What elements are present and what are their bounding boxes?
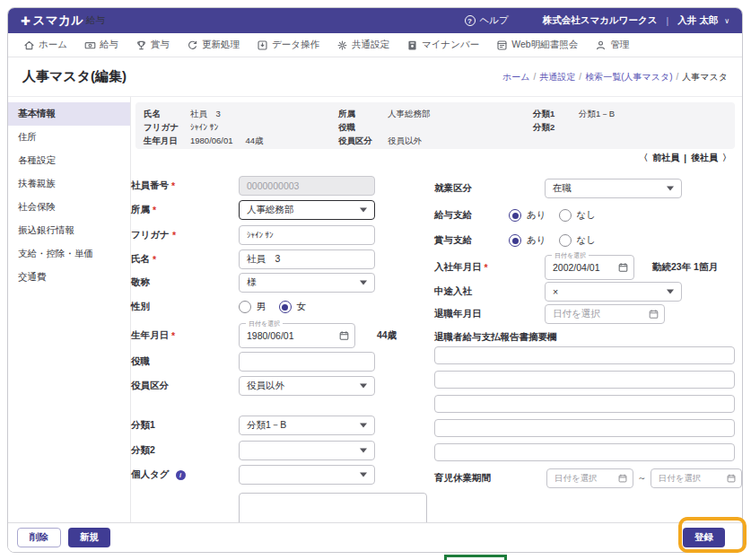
sidebar-item-pay-deduction-unit[interactable]: 支給・控除・単価 bbox=[8, 242, 130, 266]
prev-employee-link[interactable]: 前社員 bbox=[652, 152, 679, 164]
hire-date-input[interactable]: 日付を選択 2002/04/01 bbox=[545, 255, 634, 280]
position-input[interactable] bbox=[239, 352, 375, 372]
top-bar: ✚スマカル給与 ? ヘルプ 株式会社スマカルワークス | 入井 太郎 ∨ bbox=[8, 8, 742, 33]
help-icon: ? bbox=[465, 15, 476, 26]
nav-item-payroll[interactable]: 給与 bbox=[84, 39, 118, 51]
next-arrow-icon[interactable]: 〉 bbox=[722, 152, 731, 164]
personal-tag-label: 個人タグi bbox=[131, 468, 239, 481]
app-logo[interactable]: ✚スマカル給与 bbox=[21, 13, 106, 29]
next-employee-link[interactable]: 後社員 bbox=[691, 152, 718, 164]
chevron-down-icon bbox=[360, 384, 367, 389]
summary-furigana: ｼｬｲﾝ ｻﾝ bbox=[190, 120, 218, 134]
app-card: ✚スマカル給与 ? ヘルプ 株式会社スマカルワークス | 入井 太郎 ∨ ホーム bbox=[7, 7, 743, 553]
nav-item-update[interactable]: 更新処理 bbox=[187, 39, 240, 51]
nav-item-bonus[interactable]: 賞与 bbox=[135, 39, 170, 51]
sidebar-item-dependents[interactable]: 扶養親族 bbox=[8, 172, 130, 196]
user-menu[interactable]: 入井 太郎 bbox=[677, 14, 718, 27]
bonus-trophy-icon bbox=[135, 39, 147, 51]
retirement-note-line-4[interactable] bbox=[434, 419, 735, 437]
retirement-note-line-1[interactable] bbox=[434, 346, 735, 364]
salary-payment-no-radio[interactable] bbox=[559, 209, 572, 222]
nav-item-admin[interactable]: 管理 bbox=[595, 39, 629, 51]
mynumber-card-icon bbox=[406, 39, 418, 51]
payroll-icon bbox=[84, 39, 96, 51]
department-label: 所属* bbox=[131, 204, 239, 216]
nav-item-data[interactable]: データ操作 bbox=[257, 39, 319, 51]
calendar-icon[interactable] bbox=[727, 474, 736, 483]
category1-select[interactable]: 分類1－B bbox=[239, 416, 375, 435]
breadcrumb-search-list[interactable]: 検索一覧(人事マスタ) bbox=[585, 71, 672, 83]
info-icon[interactable]: i bbox=[176, 470, 186, 480]
submit-button[interactable]: 登録 bbox=[683, 528, 725, 547]
category2-select[interactable] bbox=[239, 441, 375, 460]
gender-female-radio[interactable] bbox=[279, 301, 292, 313]
chevron-down-icon[interactable]: ∨ bbox=[724, 17, 729, 25]
category2-label: 分類2 bbox=[131, 444, 239, 457]
breadcrumb-settings[interactable]: 共通設定 bbox=[539, 71, 575, 83]
category1-label: 分類1 bbox=[131, 419, 239, 432]
childcare-leave-label: 育児休業期間 bbox=[434, 472, 545, 485]
page-title: 人事マスタ(編集) bbox=[22, 68, 127, 85]
sidebar-item-basic-info[interactable]: 基本情報 bbox=[8, 102, 130, 126]
childcare-leave-to-input[interactable]: 日付を選択 bbox=[651, 468, 742, 488]
admin-person-icon bbox=[595, 39, 607, 51]
nav-item-settings[interactable]: 共通設定 bbox=[336, 39, 389, 51]
chevron-down-icon bbox=[360, 281, 367, 285]
summary-officer-class: 役員以外 bbox=[388, 134, 422, 147]
delete-button[interactable]: 削除 bbox=[17, 528, 61, 547]
nav-item-mynumber[interactable]: マイナンバー bbox=[406, 39, 479, 51]
honorific-select[interactable]: 様 bbox=[239, 273, 375, 293]
title-bar: 人事マスタ(編集) ホーム / 共通設定 / 検索一覧(人事マスタ) / 人事マ… bbox=[8, 57, 742, 97]
gender-label: 性別 bbox=[131, 301, 239, 313]
position-label: 役職 bbox=[131, 355, 239, 368]
name-input[interactable]: 社員 3 bbox=[239, 249, 375, 269]
chevron-down-icon bbox=[360, 473, 367, 477]
salary-payment-yes-radio[interactable] bbox=[509, 209, 521, 222]
nav-item-home[interactable]: ホーム bbox=[23, 39, 67, 51]
employment-status-select[interactable]: 在職 bbox=[545, 179, 682, 198]
retirement-note-line-5[interactable] bbox=[434, 443, 735, 461]
bonus-payment-yes-radio[interactable] bbox=[509, 234, 521, 247]
tenure-text: 勤続23年 1箇月 bbox=[652, 261, 718, 274]
sidebar-item-address[interactable]: 住所 bbox=[8, 126, 130, 149]
personal-tag-select[interactable] bbox=[239, 465, 375, 485]
sidebar-item-commuting[interactable]: 交通費 bbox=[8, 266, 130, 289]
calendar-icon[interactable] bbox=[649, 310, 659, 319]
breadcrumb-home[interactable]: ホーム bbox=[502, 71, 529, 83]
calendar-icon[interactable] bbox=[339, 331, 349, 341]
furigana-label: フリガナ* bbox=[131, 229, 239, 241]
bonus-payment-no-radio[interactable] bbox=[559, 234, 572, 247]
salary-payment-label: 給与支給 bbox=[434, 209, 509, 222]
calendar-icon[interactable] bbox=[618, 263, 628, 273]
officer-class-label: 役員区分 bbox=[131, 380, 239, 392]
employee-summary: 氏名社員 3 フリガナｼｬｲﾝ ｻﾝ 生年月日1980/06/0144歳 所属人… bbox=[135, 102, 735, 149]
sidebar-item-various-settings[interactable]: 各種設定 bbox=[8, 149, 130, 172]
new-button[interactable]: 新規 bbox=[68, 528, 110, 547]
calendar-icon[interactable] bbox=[618, 474, 627, 483]
logo-plus-icon: ✚ bbox=[21, 14, 31, 28]
help-menu[interactable]: ? ヘルプ bbox=[465, 14, 509, 27]
main-nav: ホーム 給与 賞与 更新処理 データ操作 共通設定 bbox=[8, 33, 742, 57]
mid-career-select[interactable]: × bbox=[545, 282, 682, 302]
salary-payment-radio-group: あり なし bbox=[509, 209, 603, 222]
retirement-note-line-2[interactable] bbox=[434, 371, 735, 389]
form-left-column: 社員番号* 0000000003 所属* 人事総務部 フリガナ* ｼｬｲﾝ ｻﾝ… bbox=[131, 176, 427, 540]
officer-class-select[interactable]: 役員以外 bbox=[239, 376, 375, 396]
retirement-note-line-3[interactable] bbox=[434, 395, 735, 413]
bonus-payment-label: 賞与支給 bbox=[434, 234, 509, 247]
department-select[interactable]: 人事総務部 bbox=[239, 200, 375, 220]
breadcrumb-current: 人事マスタ bbox=[682, 71, 728, 83]
furigana-input[interactable]: ｼｬｲﾝ ｻﾝ bbox=[239, 225, 375, 245]
gender-male-radio[interactable] bbox=[239, 301, 251, 313]
retirement-note-label: 退職者給与支払報告書摘要欄 bbox=[434, 331, 742, 342]
birth-date-input[interactable]: 日付を選択 1980/06/01 bbox=[239, 323, 355, 348]
childcare-leave-from-input[interactable]: 日付を選択 bbox=[546, 468, 633, 488]
nav-item-web-statement[interactable]: Web明細書照会 bbox=[496, 39, 578, 51]
data-tray-icon bbox=[257, 39, 268, 51]
sidebar-item-bank-transfer[interactable]: 振込銀行情報 bbox=[8, 219, 130, 242]
sidebar-item-social-insurance[interactable]: 社会保険 bbox=[8, 196, 130, 219]
employee-no-input: 0000000003 bbox=[239, 176, 375, 196]
retirement-date-input[interactable]: 日付を選択 bbox=[545, 304, 665, 324]
logo-suffix: 給与 bbox=[86, 14, 106, 27]
prev-arrow-icon[interactable]: 〈 bbox=[639, 152, 648, 164]
